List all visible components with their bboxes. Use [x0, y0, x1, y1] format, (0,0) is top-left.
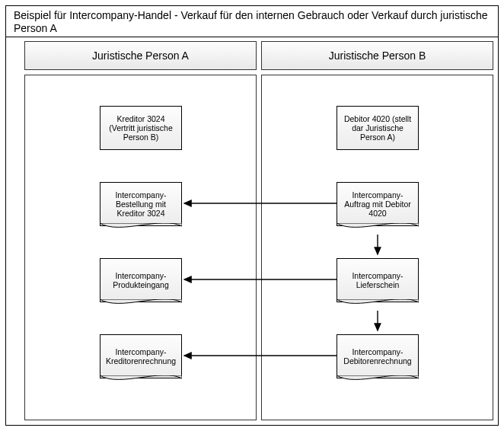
node-label: Intercompany-Kreditorenrechnung — [104, 347, 178, 366]
node-a-kreditor: Kreditor 3024 (Vertritt juristische Pers… — [100, 106, 182, 150]
node-label: Debitor 4020 (stellt dar Juristische Per… — [340, 114, 415, 142]
lane-header-b: Juristische Person B — [261, 41, 493, 70]
node-b-auftrag: Intercompany-Auftrag mit Debitor 4020 — [337, 182, 419, 226]
node-b-lieferschein: Intercompany-Lieferschein — [337, 258, 419, 302]
left-gutter — [6, 37, 24, 425]
lane-body-b: Debitor 4020 (stellt dar Juristische Per… — [261, 75, 493, 420]
swimlane-headers: Juristische Person A Juristische Person … — [24, 41, 493, 70]
node-a-kreditorenrechnung: Intercompany-Kreditorenrechnung — [100, 334, 182, 378]
node-label: Intercompany-Lieferschein — [340, 271, 415, 289]
document-tail-icon — [100, 223, 182, 234]
swimlane-bodies: Kreditor 3024 (Vertritt juristische Pers… — [24, 75, 493, 420]
lane-body-a: Kreditor 3024 (Vertritt juristische Pers… — [24, 75, 257, 420]
document-tail-icon — [337, 223, 419, 234]
node-label: Intercompany-Debitorenrechnung — [340, 347, 415, 366]
title-separator — [6, 37, 498, 37]
document-tail-icon — [100, 299, 182, 310]
node-label: Kreditor 3024 (Vertritt juristische Pers… — [104, 114, 178, 142]
node-label: Intercompany-Bestellung mit Kreditor 302… — [104, 190, 178, 218]
document-tail-icon — [337, 375, 419, 386]
node-a-bestellung: Intercompany-Bestellung mit Kreditor 302… — [100, 182, 182, 226]
diagram-frame: Beispiel für Intercompany-Handel - Verka… — [5, 5, 499, 426]
node-a-produkteingang: Intercompany-Produkteingang — [100, 258, 182, 302]
node-b-debitor: Debitor 4020 (stellt dar Juristische Per… — [337, 106, 419, 150]
node-label: Intercompany-Produkteingang — [104, 271, 178, 289]
node-b-debitorenrechnung: Intercompany-Debitorenrechnung — [337, 334, 419, 378]
diagram-title: Beispiel für Intercompany-Handel - Verka… — [6, 6, 498, 37]
node-label: Intercompany-Auftrag mit Debitor 4020 — [340, 190, 415, 218]
lane-header-a: Juristische Person A — [24, 41, 257, 70]
document-tail-icon — [337, 299, 419, 310]
document-tail-icon — [100, 375, 182, 386]
